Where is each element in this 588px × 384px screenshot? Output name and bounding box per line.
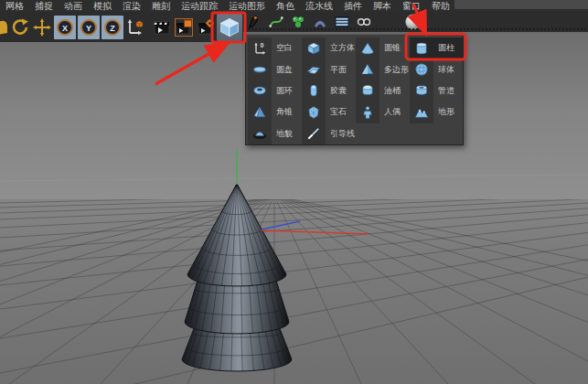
menu-item-script[interactable]: 脚本 <box>368 0 397 12</box>
render-view-icon[interactable] <box>151 15 173 40</box>
primitive-item-cube[interactable]: 立方体 <box>302 37 356 59</box>
capsule-icon <box>302 80 326 101</box>
menu-item-animate[interactable]: 动画 <box>59 0 88 12</box>
simulate-tool-icon[interactable] <box>353 13 375 31</box>
primitive-label: 圆环 <box>272 85 293 97</box>
menu-item-mograph[interactable]: 运动图形 <box>223 0 271 12</box>
relief-icon <box>248 123 272 144</box>
mograph-tool-icon[interactable] <box>287 13 309 31</box>
menu-item-simulate[interactable]: 模拟 <box>88 0 117 12</box>
undo-icon[interactable] <box>0 15 9 40</box>
primitive-item-plane[interactable]: 平面 <box>302 59 356 80</box>
deformer-tool-icon[interactable] <box>309 13 331 31</box>
cone-icon <box>356 37 380 59</box>
null-icon: 0 <box>248 37 272 59</box>
primitive-label: 胶囊 <box>326 85 347 97</box>
primitive-item-pyramid[interactable]: 角锥 <box>248 101 302 123</box>
primitive-item-tube[interactable]: 管道 <box>410 80 464 101</box>
primitive-item-cone[interactable]: 圆锥 <box>356 37 410 59</box>
primitive-item-null[interactable]: 0 空白 <box>248 37 302 59</box>
viewport-menu: 选项 过滤 面板 <box>5 42 91 55</box>
cube-icon <box>302 37 326 59</box>
menu-item-plugins[interactable]: 插件 <box>338 0 368 12</box>
redo-icon[interactable] <box>9 15 31 40</box>
plane-icon <box>302 59 326 80</box>
menu-item-motion-tracker[interactable]: 运动跟踪 <box>176 0 223 12</box>
menu-item-character[interactable]: 角色 <box>271 0 300 12</box>
coordinate-system-icon[interactable] <box>124 15 146 40</box>
tube-icon <box>410 80 433 101</box>
disc-icon <box>248 59 272 80</box>
menu-item-render[interactable]: 渲染 <box>117 0 146 12</box>
guide-icon <box>302 123 326 144</box>
render-settings-icon[interactable] <box>195 15 217 40</box>
fields-tool-icon[interactable] <box>331 13 353 31</box>
menu-item-sculpt[interactable]: 雕刻 <box>146 0 176 12</box>
figure-icon <box>356 101 380 123</box>
add-primitive-cube-button[interactable] <box>217 14 242 41</box>
platonic-icon <box>302 101 326 123</box>
menu-item-snap[interactable]: 捕捉 <box>29 0 59 12</box>
cylinder-icon <box>410 37 433 59</box>
primitive-label: 地貌 <box>272 128 293 140</box>
primitive-label: 平面 <box>326 64 347 76</box>
menu-item-window[interactable]: 窗口 <box>397 0 426 12</box>
main-toolbar: X Y Z <box>0 12 243 42</box>
primitive-label: 宝石 <box>326 106 347 118</box>
oiltank-icon <box>356 80 380 101</box>
primitive-label: 人偶 <box>380 106 401 118</box>
spline-tool-icon[interactable] <box>265 13 287 31</box>
y-axis-label: Y <box>86 23 91 32</box>
primitive-item-figure[interactable]: 人偶 <box>356 101 410 123</box>
primitive-label: 多边形 <box>380 64 409 76</box>
viewport-menu-filter[interactable]: 过滤 <box>39 42 58 55</box>
primitive-label: 圆盘 <box>272 64 293 76</box>
y-axis-lock[interactable]: Y <box>78 16 100 39</box>
landscape-icon <box>410 101 433 123</box>
primitive-label-selected: 圆柱 <box>433 42 454 54</box>
material-ball-icon[interactable] <box>402 13 424 31</box>
render-picture-viewer-icon[interactable] <box>173 15 195 40</box>
pen-tool-icon[interactable] <box>243 13 265 31</box>
primitive-item-disc[interactable]: 圆盘 <box>248 59 302 80</box>
primitive-label: 空白 <box>272 42 293 54</box>
sphere-icon <box>410 59 433 80</box>
menu-item-mesh[interactable]: 网格 <box>0 0 29 12</box>
z-axis-label: Z <box>110 23 115 32</box>
x-axis-label: X <box>62 23 68 32</box>
primitive-label: 地形 <box>433 106 454 118</box>
primitive-item-torus[interactable]: 圆环 <box>248 80 302 101</box>
primitive-label: 立方体 <box>326 42 355 54</box>
x-axis-lock[interactable]: X <box>54 16 76 39</box>
menu-item-help[interactable]: 帮助 <box>426 0 455 12</box>
primitives-dropdown-panel: 0 空白 圆盘 圆环 角锥 地貌 立方体 平面 胶囊 <box>245 34 464 145</box>
primitive-item-landscape[interactable]: 地形 <box>410 101 464 123</box>
primitive-label: 引导线 <box>326 128 355 140</box>
primitive-label: 球体 <box>433 64 454 76</box>
viewport-menu-panel[interactable]: 面板 <box>73 42 91 55</box>
titlebar-area <box>454 0 588 9</box>
primitive-item-sphere[interactable]: 球体 <box>410 59 464 80</box>
secondary-toolbar <box>243 12 588 32</box>
svg-text:0: 0 <box>261 42 264 48</box>
primitive-label: 角锥 <box>272 106 293 118</box>
primitive-item-oiltank[interactable]: 油桶 <box>356 80 410 101</box>
z-axis-lock[interactable]: Z <box>102 16 123 39</box>
menu-item-pipeline[interactable]: 流水线 <box>300 0 338 12</box>
primitive-label: 圆锥 <box>380 42 401 54</box>
primitive-label: 管道 <box>433 85 454 97</box>
primitive-item-guide[interactable]: 引导线 <box>302 123 356 144</box>
move-icon[interactable] <box>31 15 53 40</box>
torus-icon <box>248 80 272 101</box>
pyramid-icon <box>248 101 272 123</box>
viewport-menu-options[interactable]: 选项 <box>5 42 24 55</box>
primitive-item-capsule[interactable]: 胶囊 <box>302 80 356 101</box>
primitive-item-polygon[interactable]: 多边形 <box>356 59 410 80</box>
primitive-item-platonic[interactable]: 宝石 <box>302 101 356 123</box>
primitive-label: 油桶 <box>380 85 401 97</box>
polygon-icon <box>356 59 380 80</box>
primitive-item-relief[interactable]: 地貌 <box>248 123 302 144</box>
primitive-item-cylinder[interactable]: 圆柱 <box>410 37 464 59</box>
